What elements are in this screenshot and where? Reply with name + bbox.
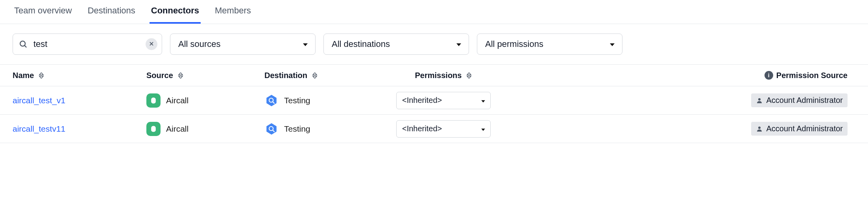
aircall-icon bbox=[146, 122, 161, 136]
svg-marker-4 bbox=[266, 95, 277, 106]
sources-filter[interactable]: All sources bbox=[170, 34, 316, 55]
col-destination-header[interactable]: Destination bbox=[264, 71, 386, 80]
table-header: Name Source Destination Permissions bbox=[0, 64, 868, 86]
destination-cell: Testing bbox=[264, 122, 386, 136]
permission-select[interactable]: <Inherited> bbox=[396, 120, 491, 138]
col-source-header[interactable]: Source bbox=[146, 71, 264, 80]
col-destination-label: Destination bbox=[264, 71, 307, 80]
close-icon bbox=[149, 41, 154, 48]
permissions-filter-label: All permissions bbox=[485, 39, 543, 49]
destinations-filter[interactable]: All destinations bbox=[323, 34, 469, 55]
svg-marker-8 bbox=[266, 123, 277, 134]
col-name-label: Name bbox=[13, 71, 34, 80]
tab-connectors[interactable]: Connectors bbox=[150, 0, 201, 24]
search-wrap bbox=[13, 34, 162, 55]
info-icon: i bbox=[765, 71, 773, 80]
search-input[interactable] bbox=[13, 34, 162, 55]
table-body[interactable]: aircall_test_v1 Aircall Testing <Inherit… bbox=[0, 86, 868, 143]
source-label: Aircall bbox=[166, 124, 188, 134]
clear-search-button[interactable] bbox=[146, 38, 157, 50]
aircall-icon bbox=[146, 93, 161, 108]
permission-source-badge: Account Administrator bbox=[751, 93, 848, 107]
bigquery-icon bbox=[264, 93, 279, 108]
permissions-filter[interactable]: All permissions bbox=[477, 34, 622, 55]
caret-down-icon bbox=[303, 39, 308, 49]
permission-source-badge: Account Administrator bbox=[751, 122, 848, 136]
connector-name-link[interactable]: aircall_test_v1 bbox=[13, 96, 65, 105]
col-permission-source-label: Permission Source bbox=[776, 71, 848, 80]
tab-members[interactable]: Members bbox=[213, 0, 253, 24]
search-icon bbox=[19, 40, 28, 48]
sort-icon bbox=[466, 73, 472, 78]
sources-filter-label: All sources bbox=[178, 39, 221, 49]
col-permissions-label: Permissions bbox=[415, 71, 462, 80]
connector-name-link[interactable]: aircall_testv11 bbox=[13, 124, 65, 133]
svg-point-11 bbox=[758, 127, 761, 129]
sort-icon bbox=[39, 73, 44, 78]
svg-line-1 bbox=[25, 46, 27, 48]
permission-value: <Inherited> bbox=[402, 96, 442, 105]
destination-label: Testing bbox=[284, 124, 310, 134]
permission-source-label: Account Administrator bbox=[766, 124, 843, 133]
bigquery-icon bbox=[264, 122, 279, 136]
table-row: aircall_test_v1 Aircall Testing <Inherit… bbox=[0, 86, 868, 115]
svg-point-7 bbox=[758, 98, 761, 101]
filters-bar: All sources All destinations All permiss… bbox=[0, 24, 868, 64]
col-permissions-header[interactable]: Permissions bbox=[386, 71, 500, 80]
sort-icon bbox=[178, 73, 183, 78]
caret-down-icon bbox=[481, 96, 486, 105]
source-label: Aircall bbox=[166, 96, 188, 105]
sort-icon bbox=[312, 73, 318, 78]
table-row: aircall_testv11 Aircall Testing <Inherit… bbox=[0, 115, 868, 143]
tab-destinations[interactable]: Destinations bbox=[86, 0, 137, 24]
caret-down-icon bbox=[481, 124, 486, 133]
caret-down-icon bbox=[456, 39, 462, 49]
svg-point-0 bbox=[20, 41, 25, 46]
connectors-table: Name Source Destination Permissions bbox=[0, 64, 868, 143]
source-cell: Aircall bbox=[146, 93, 264, 108]
col-source-label: Source bbox=[146, 71, 173, 80]
col-name-header[interactable]: Name bbox=[13, 71, 146, 80]
tabs-bar: Team overview Destinations Connectors Me… bbox=[0, 0, 868, 24]
caret-down-icon bbox=[609, 39, 615, 49]
permission-source-label: Account Administrator bbox=[766, 96, 843, 105]
user-icon bbox=[756, 125, 763, 132]
permission-select[interactable]: <Inherited> bbox=[396, 92, 491, 109]
destinations-filter-label: All destinations bbox=[332, 39, 390, 49]
source-cell: Aircall bbox=[146, 122, 264, 136]
user-icon bbox=[756, 97, 763, 104]
permission-value: <Inherited> bbox=[402, 124, 442, 133]
destination-label: Testing bbox=[284, 96, 310, 105]
destination-cell: Testing bbox=[264, 93, 386, 108]
tab-team-overview[interactable]: Team overview bbox=[13, 0, 74, 24]
col-permission-source-header: i Permission Source bbox=[500, 71, 855, 80]
